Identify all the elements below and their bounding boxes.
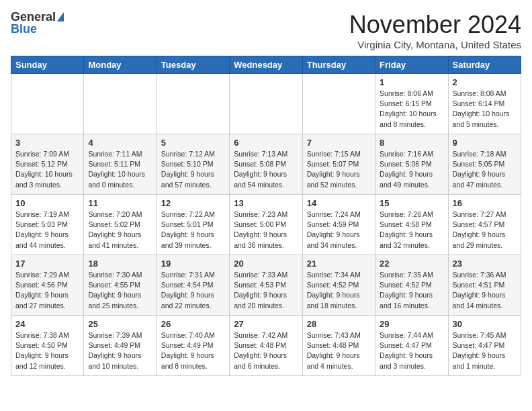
calendar-week-row: 3Sunrise: 7:09 AMSunset: 5:12 PMDaylight…: [11, 134, 521, 195]
calendar-day-header: Sunday: [11, 56, 84, 74]
calendar-week-row: 24Sunrise: 7:38 AMSunset: 4:50 PMDayligh…: [11, 316, 521, 376]
day-info: Sunrise: 7:11 AMSunset: 5:11 PMDaylight:…: [88, 149, 152, 190]
calendar-cell: 30Sunrise: 7:45 AMSunset: 4:47 PMDayligh…: [448, 316, 521, 376]
day-info: Sunrise: 8:08 AMSunset: 6:14 PMDaylight:…: [453, 89, 517, 130]
day-info: Sunrise: 7:24 AMSunset: 4:59 PMDaylight:…: [307, 210, 371, 250]
day-number: 14: [307, 198, 371, 208]
day-number: 6: [234, 138, 298, 148]
day-number: 2: [453, 77, 517, 87]
day-info: Sunrise: 7:43 AMSunset: 4:48 PMDaylight:…: [307, 330, 371, 371]
calendar-cell: 14Sunrise: 7:24 AMSunset: 4:59 PMDayligh…: [302, 195, 375, 255]
calendar-day-header: Saturday: [448, 56, 521, 74]
day-number: 28: [307, 319, 371, 329]
day-info: Sunrise: 7:35 AMSunset: 4:52 PMDaylight:…: [380, 270, 443, 311]
day-number: 17: [15, 259, 79, 269]
calendar-cell: 1Sunrise: 8:06 AMSunset: 6:15 PMDaylight…: [375, 74, 448, 134]
day-number: 1: [380, 77, 443, 87]
page-header: General Blue November 2024 Virginia City…: [11, 11, 521, 50]
day-number: 9: [453, 138, 517, 148]
calendar-cell: 11Sunrise: 7:20 AMSunset: 5:02 PMDayligh…: [84, 195, 157, 255]
calendar-cell: 17Sunrise: 7:29 AMSunset: 4:56 PMDayligh…: [11, 255, 84, 316]
day-info: Sunrise: 7:13 AMSunset: 5:08 PMDaylight:…: [234, 149, 298, 190]
calendar-cell: 16Sunrise: 7:27 AMSunset: 4:57 PMDayligh…: [448, 195, 521, 255]
calendar-cell: 4Sunrise: 7:11 AMSunset: 5:11 PMDaylight…: [84, 134, 157, 195]
day-info: Sunrise: 7:34 AMSunset: 4:52 PMDaylight:…: [307, 270, 371, 311]
day-number: 19: [161, 259, 225, 269]
day-number: 11: [88, 198, 152, 208]
day-info: Sunrise: 7:09 AMSunset: 5:12 PMDaylight:…: [15, 149, 79, 190]
calendar-day-header: Thursday: [302, 56, 375, 74]
logo-blue-text: Blue: [11, 23, 37, 35]
calendar-cell: 20Sunrise: 7:33 AMSunset: 4:53 PMDayligh…: [230, 255, 302, 316]
calendar-day-header: Friday: [375, 56, 448, 74]
day-number: 23: [453, 259, 517, 269]
day-info: Sunrise: 7:39 AMSunset: 4:49 PMDaylight:…: [88, 330, 152, 371]
day-info: Sunrise: 7:36 AMSunset: 4:51 PMDaylight:…: [453, 270, 517, 311]
calendar-cell: 15Sunrise: 7:26 AMSunset: 4:58 PMDayligh…: [375, 195, 448, 255]
day-info: Sunrise: 7:18 AMSunset: 5:05 PMDaylight:…: [453, 149, 517, 190]
calendar-cell: 5Sunrise: 7:12 AMSunset: 5:10 PMDaylight…: [157, 134, 229, 195]
calendar-cell: 13Sunrise: 7:23 AMSunset: 5:00 PMDayligh…: [230, 195, 302, 255]
day-number: 10: [15, 198, 79, 208]
calendar-day-header: Monday: [84, 56, 157, 74]
calendar-cell: 26Sunrise: 7:40 AMSunset: 4:49 PMDayligh…: [157, 316, 229, 376]
calendar-cell: [11, 74, 84, 134]
month-title: November 2024: [349, 11, 521, 39]
day-number: 8: [380, 138, 443, 148]
day-number: 4: [88, 138, 152, 148]
calendar-cell: [302, 74, 375, 134]
day-number: 27: [234, 319, 298, 329]
calendar-cell: 19Sunrise: 7:31 AMSunset: 4:54 PMDayligh…: [157, 255, 229, 316]
day-info: Sunrise: 8:06 AMSunset: 6:15 PMDaylight:…: [380, 89, 443, 130]
day-number: 21: [307, 259, 371, 269]
day-info: Sunrise: 7:27 AMSunset: 4:57 PMDaylight:…: [453, 210, 517, 250]
day-info: Sunrise: 7:12 AMSunset: 5:10 PMDaylight:…: [161, 149, 225, 190]
calendar-cell: 24Sunrise: 7:38 AMSunset: 4:50 PMDayligh…: [11, 316, 84, 376]
calendar-cell: [84, 74, 157, 134]
calendar-day-header: Tuesday: [157, 56, 229, 74]
logo: General Blue: [11, 11, 64, 35]
day-info: Sunrise: 7:19 AMSunset: 5:03 PMDaylight:…: [15, 210, 79, 250]
calendar-cell: 10Sunrise: 7:19 AMSunset: 5:03 PMDayligh…: [11, 195, 84, 255]
day-number: 22: [380, 259, 443, 269]
day-number: 7: [307, 138, 371, 148]
day-info: Sunrise: 7:42 AMSunset: 4:48 PMDaylight:…: [234, 330, 298, 371]
title-section: November 2024 Virginia City, Montana, Un…: [349, 11, 521, 50]
calendar-cell: 22Sunrise: 7:35 AMSunset: 4:52 PMDayligh…: [375, 255, 448, 316]
day-number: 12: [161, 198, 225, 208]
day-info: Sunrise: 7:22 AMSunset: 5:01 PMDaylight:…: [161, 210, 225, 250]
calendar-cell: 25Sunrise: 7:39 AMSunset: 4:49 PMDayligh…: [84, 316, 157, 376]
day-info: Sunrise: 7:38 AMSunset: 4:50 PMDaylight:…: [15, 330, 79, 371]
day-number: 5: [161, 138, 225, 148]
day-number: 20: [234, 259, 298, 269]
day-number: 29: [380, 319, 443, 329]
day-info: Sunrise: 7:30 AMSunset: 4:55 PMDaylight:…: [88, 270, 152, 311]
calendar-cell: 6Sunrise: 7:13 AMSunset: 5:08 PMDaylight…: [230, 134, 302, 195]
day-number: 24: [15, 319, 79, 329]
day-number: 26: [161, 319, 225, 329]
calendar-cell: 28Sunrise: 7:43 AMSunset: 4:48 PMDayligh…: [302, 316, 375, 376]
day-info: Sunrise: 7:45 AMSunset: 4:47 PMDaylight:…: [453, 330, 517, 371]
calendar-week-row: 1Sunrise: 8:06 AMSunset: 6:15 PMDaylight…: [11, 74, 521, 134]
day-number: 3: [15, 138, 79, 148]
day-info: Sunrise: 7:44 AMSunset: 4:47 PMDaylight:…: [380, 330, 443, 371]
calendar-cell: 7Sunrise: 7:15 AMSunset: 5:07 PMDaylight…: [302, 134, 375, 195]
calendar-cell: 18Sunrise: 7:30 AMSunset: 4:55 PMDayligh…: [84, 255, 157, 316]
day-number: 30: [453, 319, 517, 329]
calendar-cell: 2Sunrise: 8:08 AMSunset: 6:14 PMDaylight…: [448, 74, 521, 134]
day-info: Sunrise: 7:29 AMSunset: 4:56 PMDaylight:…: [15, 270, 79, 311]
calendar-week-row: 10Sunrise: 7:19 AMSunset: 5:03 PMDayligh…: [11, 195, 521, 255]
day-info: Sunrise: 7:16 AMSunset: 5:06 PMDaylight:…: [380, 149, 443, 190]
day-info: Sunrise: 7:20 AMSunset: 5:02 PMDaylight:…: [88, 210, 152, 250]
calendar-cell: 21Sunrise: 7:34 AMSunset: 4:52 PMDayligh…: [302, 255, 375, 316]
calendar-table: SundayMondayTuesdayWednesdayThursdayFrid…: [11, 56, 521, 376]
calendar-cell: 3Sunrise: 7:09 AMSunset: 5:12 PMDaylight…: [11, 134, 84, 195]
calendar-cell: 9Sunrise: 7:18 AMSunset: 5:05 PMDaylight…: [448, 134, 521, 195]
day-info: Sunrise: 7:26 AMSunset: 4:58 PMDaylight:…: [380, 210, 443, 250]
day-info: Sunrise: 7:33 AMSunset: 4:53 PMDaylight:…: [234, 270, 298, 311]
calendar-cell: [230, 74, 302, 134]
day-number: 25: [88, 319, 152, 329]
day-number: 16: [453, 198, 517, 208]
calendar-cell: 29Sunrise: 7:44 AMSunset: 4:47 PMDayligh…: [375, 316, 448, 376]
day-number: 13: [234, 198, 298, 208]
